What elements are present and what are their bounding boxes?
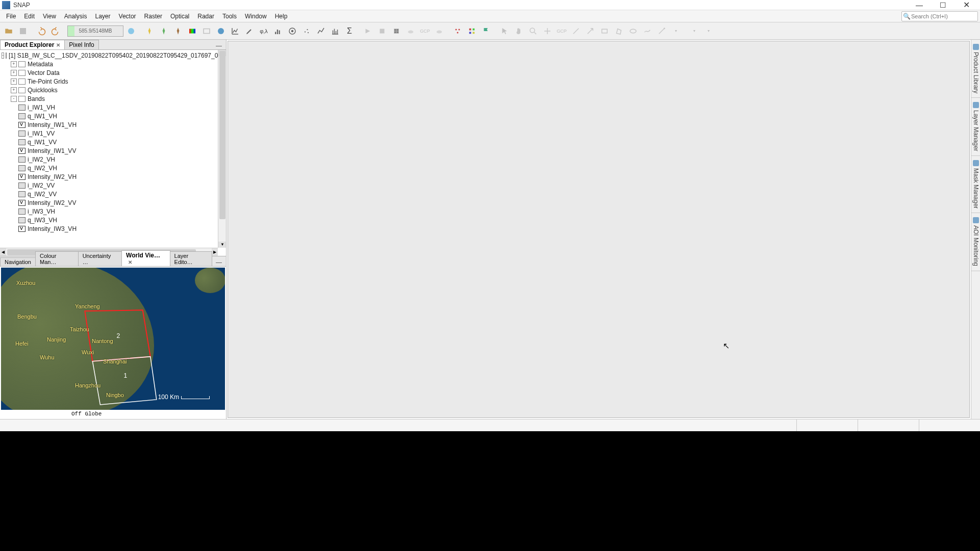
cross-icon[interactable] bbox=[541, 24, 554, 38]
tab-mask-manager[interactable]: Mask Manager bbox=[971, 156, 980, 213]
menu-radar[interactable]: Radar bbox=[193, 12, 218, 21]
arrow-icon[interactable] bbox=[584, 24, 597, 38]
pin-brown-icon[interactable] bbox=[171, 24, 185, 38]
menu-file[interactable]: File bbox=[2, 12, 20, 21]
tab-product-library[interactable]: Product Library bbox=[971, 40, 980, 98]
spectrum-icon[interactable] bbox=[329, 24, 342, 38]
tab-product-explorer[interactable]: Product Explorer✕ bbox=[0, 40, 65, 49]
free-tool-icon[interactable] bbox=[641, 24, 654, 38]
tree-band[interactable]: q_IW1_VV bbox=[0, 138, 226, 146]
tree-band[interactable]: i_IW2_VV bbox=[0, 181, 226, 190]
menu-vector[interactable]: Vector bbox=[115, 12, 140, 21]
tab-layer-editor[interactable]: Layer Edito… bbox=[170, 251, 212, 266]
scatter-icon[interactable] bbox=[300, 24, 313, 38]
profile-icon[interactable] bbox=[314, 24, 328, 38]
search-input[interactable] bbox=[911, 12, 977, 21]
tree-product[interactable]: -[1] S1B_IW_SLC__1SDV_20190822T095402_20… bbox=[0, 51, 226, 60]
minimize-panel-icon[interactable]: — bbox=[212, 259, 226, 266]
sigma-icon[interactable]: Σ bbox=[343, 24, 356, 38]
target-icon[interactable] bbox=[286, 24, 299, 38]
tab-uncertainty[interactable]: Uncertainty … bbox=[78, 251, 122, 266]
scroll-down-icon[interactable]: ▼ bbox=[218, 242, 226, 248]
tree-quicklooks[interactable]: +Quicklooks bbox=[0, 86, 226, 94]
tree-band[interactable]: Intensity_IW1_VH bbox=[0, 120, 226, 129]
tree-metadata[interactable]: +Metadata bbox=[0, 60, 226, 68]
tree-band[interactable]: i_IW1_VV bbox=[0, 129, 226, 138]
menu-tools[interactable]: Tools bbox=[218, 12, 241, 21]
search-box[interactable]: 🔍 bbox=[901, 11, 978, 21]
tree-vector-data[interactable]: +Vector Data bbox=[0, 68, 226, 77]
product-tree[interactable]: -[1] S1B_IW_SLC__1SDV_20190822T095402_20… bbox=[0, 50, 226, 256]
open-icon[interactable] bbox=[2, 24, 15, 38]
poly-tool-icon[interactable] bbox=[612, 24, 625, 38]
menu-raster[interactable]: Raster bbox=[140, 12, 166, 21]
minimize-button[interactable]: — bbox=[908, 0, 931, 10]
tab-colour-man[interactable]: Colour Man… bbox=[35, 251, 79, 266]
tab-pixel-info[interactable]: Pixel Info bbox=[64, 40, 98, 49]
chart-icon[interactable] bbox=[229, 24, 242, 38]
save-icon[interactable] bbox=[16, 24, 30, 38]
tree-band[interactable]: q_IW2_VV bbox=[0, 190, 226, 198]
colorbar-icon[interactable] bbox=[186, 24, 199, 38]
wand-icon[interactable] bbox=[655, 24, 668, 38]
cloud1-icon[interactable] bbox=[404, 24, 417, 38]
hand-icon[interactable] bbox=[512, 24, 525, 38]
center-viewer[interactable]: ↖ bbox=[228, 41, 970, 418]
grid-icon[interactable] bbox=[390, 24, 403, 38]
menu-view[interactable]: View bbox=[39, 12, 60, 21]
flag-icon[interactable] bbox=[480, 24, 493, 38]
ellipse-tool-icon[interactable] bbox=[626, 24, 640, 38]
close-button[interactable]: ✕ bbox=[954, 0, 978, 10]
pin-green-icon[interactable] bbox=[157, 24, 170, 38]
tree-band[interactable]: q_IW3_VH bbox=[0, 216, 226, 224]
zoom-world-icon[interactable] bbox=[214, 24, 228, 38]
shape1-icon[interactable] bbox=[361, 24, 374, 38]
tree-bands[interactable]: -Bands bbox=[0, 94, 226, 103]
tree-band[interactable]: Intensity_IW2_VH bbox=[0, 172, 226, 181]
tab-navigation[interactable]: Navigation bbox=[0, 257, 36, 266]
pin-yellow-icon[interactable] bbox=[143, 24, 156, 38]
tree-band[interactable]: i_IW3_VH bbox=[0, 207, 226, 216]
menu-analysis[interactable]: Analysis bbox=[60, 12, 91, 21]
tree-band[interactable]: i_IW2_VH bbox=[0, 155, 226, 164]
menu-help[interactable]: Help bbox=[271, 12, 292, 21]
line-icon[interactable] bbox=[569, 24, 583, 38]
minimize-panel-icon[interactable]: — bbox=[212, 42, 226, 49]
cluster2-icon[interactable] bbox=[465, 24, 479, 38]
tree-band[interactable]: Intensity_IW3_VH bbox=[0, 224, 226, 232]
redo-icon[interactable] bbox=[49, 24, 62, 38]
zoom-icon[interactable] bbox=[526, 24, 540, 38]
tree-band[interactable]: Intensity_IW2_VV bbox=[0, 198, 226, 207]
phi-lambda-icon[interactable]: φ,λ bbox=[257, 24, 270, 38]
maximize-button[interactable]: ☐ bbox=[931, 0, 954, 10]
gcp-label-icon[interactable]: GCP bbox=[418, 24, 432, 38]
tree-band[interactable]: q_IW2_VH bbox=[0, 164, 226, 172]
menu-edit[interactable]: Edit bbox=[20, 12, 39, 21]
histogram-icon[interactable] bbox=[271, 24, 285, 38]
menu-window[interactable]: Window bbox=[241, 12, 271, 21]
cluster1-icon[interactable] bbox=[451, 24, 464, 38]
tab-world-view[interactable]: World Vie…✕ bbox=[121, 250, 170, 266]
shape2-icon[interactable] bbox=[375, 24, 389, 38]
tab-aoi-monitoring[interactable]: AOI Monitoring bbox=[971, 213, 980, 271]
scroll-thumb[interactable] bbox=[219, 51, 225, 219]
menu-layer[interactable]: Layer bbox=[91, 12, 115, 21]
close-icon[interactable]: ✕ bbox=[128, 259, 132, 265]
scroll-right-icon[interactable]: ▶ bbox=[212, 248, 218, 256]
menu-optical[interactable]: Optical bbox=[166, 12, 193, 21]
pointer-icon[interactable] bbox=[498, 24, 511, 38]
tree-band[interactable]: Intensity_IW1_VV bbox=[0, 146, 226, 155]
rect-tool-icon[interactable] bbox=[598, 24, 611, 38]
tree-tie-point[interactable]: +Tie-Point Grids bbox=[0, 77, 226, 86]
globe-icon[interactable] bbox=[124, 24, 138, 38]
dropdown3-icon[interactable]: ▾ bbox=[702, 24, 715, 38]
tree-scroll-vertical[interactable]: ▲ ▼ bbox=[218, 50, 226, 248]
world-view-map[interactable]: 2 1 XuzhouYanchengBengbuTaizhouNanjingNa… bbox=[1, 268, 225, 410]
edit-icon[interactable] bbox=[243, 24, 256, 38]
undo-icon[interactable] bbox=[35, 24, 48, 38]
dropdown2-icon[interactable]: ▾ bbox=[688, 24, 701, 38]
cloud2-icon[interactable] bbox=[433, 24, 446, 38]
scroll-left-icon[interactable]: ◀ bbox=[0, 248, 6, 256]
tree-band[interactable]: q_IW1_VH bbox=[0, 112, 226, 120]
gcp-tool-icon[interactable]: GCP bbox=[555, 24, 568, 38]
